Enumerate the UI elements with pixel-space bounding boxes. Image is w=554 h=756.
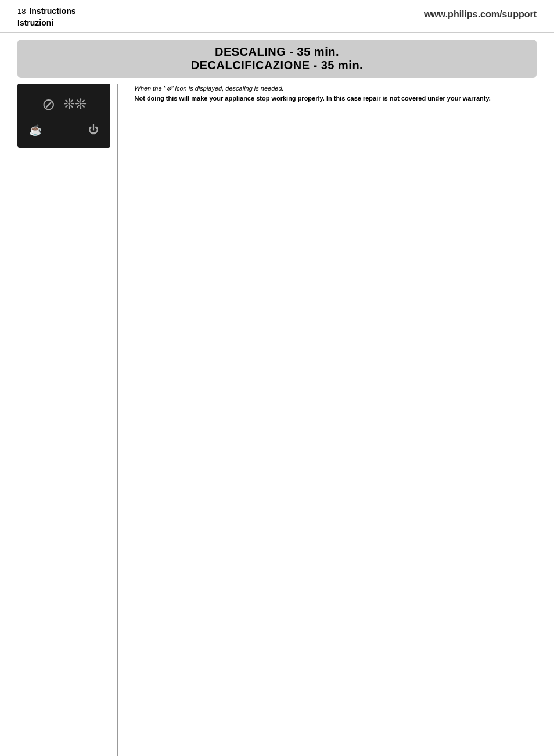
en-warning-italic: When the "❊" icon is displayed, descalin…: [135, 84, 537, 94]
page-number: 18: [17, 7, 26, 16]
header-left: 18Instructions Istruzioni: [17, 6, 76, 28]
device-bottom-icons: ☕ ⏻: [23, 124, 105, 137]
en-block-top: EN When the "❊" icon is displayed, desca…: [117, 84, 537, 756]
screen-icons: ⊘ ❊❊: [42, 95, 87, 114]
main-title-line1: DESCALING - 35 min.: [29, 45, 525, 59]
header-title-en: Instructions: [29, 6, 75, 16]
header-website: www.philips.com/support: [424, 6, 537, 20]
en-label: EN: [122, 84, 130, 756]
en-warning-bold: Not doing this will make your appliance …: [135, 94, 537, 103]
device-display-top: ⊘ ❊❊ ☕ ⏻: [17, 84, 110, 148]
main-title-banner: DESCALING - 35 min. DECALCIFICAZIONE - 3…: [17, 40, 537, 78]
header-title-it: Istruzioni: [17, 18, 53, 27]
top-text-content: EN When the "❊" icon is displayed, desca…: [117, 84, 537, 756]
en-text-top: When the "❊" icon is displayed, descalin…: [135, 84, 537, 756]
power-icon: ⏻: [88, 124, 99, 137]
descale-screen-icon: ⊘: [42, 95, 55, 114]
top-section: ⊘ ❊❊ ☕ ⏻ EN When the "❊" icon is display…: [17, 84, 537, 756]
warning-icon: ❊❊: [63, 96, 87, 112]
main-title-line2: DECALCIFICAZIONE - 35 min.: [29, 59, 525, 72]
page-header: 18Instructions Istruzioni www.philips.co…: [0, 0, 554, 33]
cup-icon: ☕: [29, 124, 42, 137]
